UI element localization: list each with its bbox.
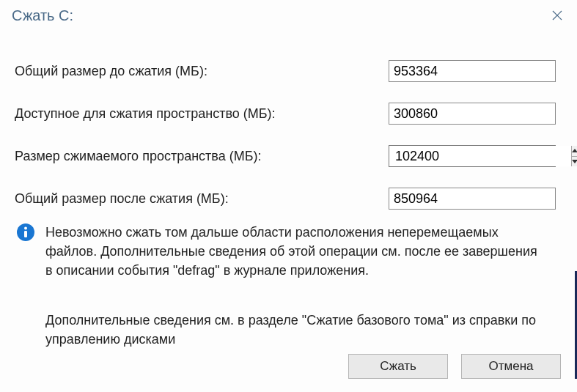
row-available: Доступное для сжатия пространство (МБ): … xyxy=(15,103,562,125)
dialog-footer: Сжать Отмена xyxy=(348,354,561,379)
shrink-size-input[interactable] xyxy=(389,146,571,166)
svg-point-5 xyxy=(24,227,27,230)
info-text: Невозможно сжать том дальше области расп… xyxy=(45,223,540,280)
spinner-down-button[interactable] xyxy=(572,157,577,167)
svg-rect-6 xyxy=(24,231,27,237)
triangle-down-icon xyxy=(572,160,577,163)
triangle-up-icon xyxy=(572,149,577,152)
spinner-up-button[interactable] xyxy=(572,146,577,157)
shrink-button[interactable]: Сжать xyxy=(348,354,448,379)
close-icon xyxy=(551,10,563,21)
svg-marker-3 xyxy=(572,160,577,163)
info-block: Невозможно сжать том дальше области расп… xyxy=(15,223,540,280)
label-available: Доступное для сжатия пространство (МБ): xyxy=(15,106,389,122)
svg-marker-2 xyxy=(572,149,577,152)
spinner-buttons xyxy=(571,146,577,166)
shrink-size-spinner[interactable] xyxy=(389,145,556,167)
shrink-button-label: Сжать xyxy=(380,359,416,374)
extra-info-text: Дополнительные сведения см. в разделе "С… xyxy=(45,311,540,349)
shrink-volume-dialog: Сжать С: Общий размер до сжатия (МБ): 95… xyxy=(0,0,577,392)
row-total-before: Общий размер до сжатия (МБ): 953364 xyxy=(15,60,562,82)
dialog-content: Общий размер до сжатия (МБ): 953364 Дост… xyxy=(0,31,577,349)
label-shrink-size: Размер сжимаемого пространства (МБ): xyxy=(15,149,389,164)
cancel-button-label: Отмена xyxy=(489,359,534,374)
row-shrink-size: Размер сжимаемого пространства (МБ): xyxy=(15,145,562,167)
value-total-before: 953364 xyxy=(389,60,556,82)
value-available: 300860 xyxy=(389,103,556,125)
info-icon xyxy=(16,223,35,242)
close-button[interactable] xyxy=(548,6,567,25)
titlebar: Сжать С: xyxy=(0,0,577,31)
value-total-after: 850964 xyxy=(389,188,556,210)
row-total-after: Общий размер после сжатия (МБ): 850964 xyxy=(15,188,562,210)
label-total-after: Общий размер после сжатия (МБ): xyxy=(15,191,389,207)
cancel-button[interactable]: Отмена xyxy=(461,354,561,379)
dialog-title: Сжать С: xyxy=(12,7,73,24)
label-total-before: Общий размер до сжатия (МБ): xyxy=(15,64,389,79)
